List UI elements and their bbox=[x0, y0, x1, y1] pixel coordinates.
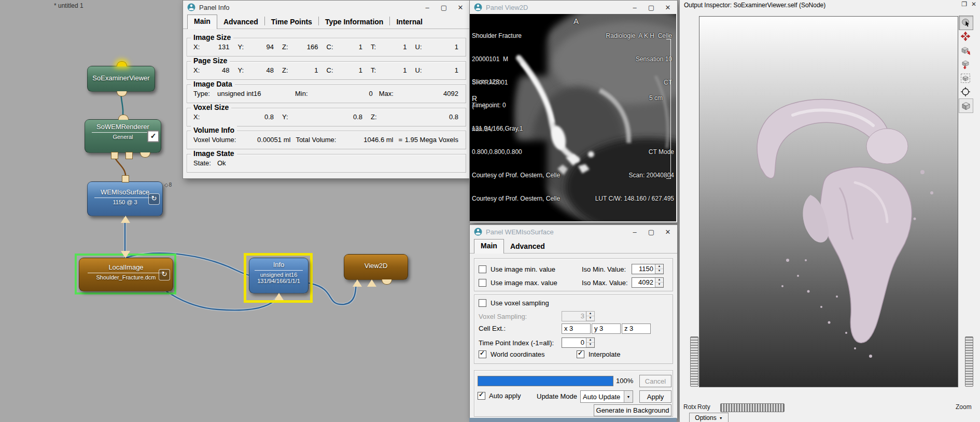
panel-info-titlebar[interactable]: Panel Info – ▢ ✕ bbox=[183, 1, 470, 14]
zoom-label: Zoom bbox=[956, 403, 972, 411]
use-voxel-sampling-checkbox[interactable]: ✓ bbox=[479, 299, 486, 307]
minimize-icon[interactable]: – bbox=[626, 1, 643, 13]
spin-down-icon: ▼ bbox=[655, 283, 663, 287]
panel-wemisosurface-window[interactable]: Panel WEMIsoSurface – ▢ ✕ Main Advanced … bbox=[469, 224, 678, 419]
progress-bar bbox=[478, 376, 613, 386]
input-connector-image2[interactable] bbox=[367, 279, 376, 287]
node-info[interactable]: Info unsigned int16 131/94/166/1/1/1 bbox=[249, 258, 309, 293]
mevislab-application: * untitled 1 SoExaminerViewer SoWEMR bbox=[0, 0, 980, 422]
cell-ext-y-field[interactable]: y 3 bbox=[592, 323, 621, 334]
tab-internal[interactable]: Internal bbox=[390, 16, 429, 29]
ct-slice-viewport[interactable]: Shoulder Fracture 20000101 M SHFRAC001 (… bbox=[470, 14, 676, 221]
tab-main[interactable]: Main bbox=[474, 239, 504, 254]
reload-icon[interactable]: ↻ bbox=[159, 269, 170, 280]
tab-time-points[interactable]: Time Points bbox=[265, 16, 318, 29]
output-connector[interactable] bbox=[118, 115, 129, 120]
panel-info-window[interactable]: Panel Info – ▢ ✕ Main Advanced Time Poin… bbox=[183, 0, 470, 179]
node-checkbox[interactable]: ✓ bbox=[147, 130, 159, 142]
station-info-overlay: Radiologie A K H Celle Sensation 10 CT bbox=[606, 17, 672, 102]
examiner-3d-viewport[interactable] bbox=[699, 16, 958, 387]
reload-icon[interactable]: ↻ bbox=[148, 193, 160, 205]
maximize-icon[interactable]: ▢ bbox=[643, 226, 660, 238]
group-volume-info: Volume Info Voxel Volume: 0.00051 ml Tot… bbox=[187, 131, 466, 149]
panel-view2d-titlebar[interactable]: Panel View2D – ▢ ✕ bbox=[470, 1, 677, 14]
group-voxel-size: Voxel Size X:0.8 Y:0.8 Z:0.8 bbox=[187, 108, 466, 126]
spin-up-icon: ▲ bbox=[655, 278, 663, 283]
use-image-min-checkbox[interactable]: ✓ bbox=[479, 265, 486, 273]
rotx-thumbwheel[interactable] bbox=[690, 336, 698, 387]
node-wemisosurface[interactable]: WEMIsoSurface 1150 @ 3 ↻ bbox=[87, 181, 163, 216]
panel-wem-tabs: Main Advanced bbox=[470, 238, 677, 254]
mevislab-panel-icon bbox=[474, 228, 482, 236]
group-actions: 100% Cancel ✓ Auto apply Update Mode Aut… bbox=[474, 370, 673, 417]
tab-advanced[interactable]: Advanced bbox=[217, 16, 264, 29]
node-sowemrenderer[interactable]: SoWEMRenderer General ✓ bbox=[85, 119, 161, 153]
maximize-icon[interactable]: ▢ bbox=[643, 1, 660, 13]
apply-button[interactable]: Apply bbox=[639, 390, 671, 403]
scale-label: 5 cm bbox=[649, 94, 663, 102]
node-separator bbox=[88, 273, 164, 273]
close-icon[interactable]: ✕ bbox=[452, 1, 469, 13]
float-icon[interactable]: ❐ bbox=[961, 1, 967, 8]
mevislab-panel-icon bbox=[474, 3, 482, 11]
panel-info-tabs: Main Advanced Time Points Type Informati… bbox=[183, 14, 470, 29]
node-soexaminerviewer[interactable]: SoExaminerViewer bbox=[87, 66, 155, 92]
close-icon[interactable]: ✕ bbox=[971, 1, 976, 8]
slice-info-overlay: Slice: 128 Timepoint: 0 131,94,166,Gray,… bbox=[472, 63, 560, 218]
tab-advanced[interactable]: Advanced bbox=[504, 240, 551, 253]
node-view2d[interactable]: View2D bbox=[344, 254, 408, 280]
generate-in-background-button[interactable]: Generate in Background bbox=[594, 404, 671, 416]
input-connector-wem2[interactable] bbox=[125, 152, 133, 159]
group-sampling: ✓ Use voxel sampling Voxel Sampling: 3 ▲… bbox=[474, 294, 673, 364]
dropdown-arrow-icon: ▼ bbox=[719, 416, 723, 420]
panel-view2d-window[interactable]: Panel View2D – ▢ ✕ bbox=[469, 0, 678, 223]
window-title: Panel Info bbox=[199, 4, 419, 11]
input-connector-image[interactable] bbox=[274, 293, 284, 300]
world-coordinates-checkbox[interactable]: ✓ bbox=[479, 350, 486, 358]
view-all-icon[interactable] bbox=[959, 58, 972, 71]
input-connector-image[interactable] bbox=[121, 216, 130, 223]
output-connector-image[interactable] bbox=[121, 251, 130, 258]
interpolate-checkbox[interactable]: ✓ bbox=[577, 350, 584, 358]
output-inspector-title: Output Inspector: SoExaminerViewer.self … bbox=[684, 2, 825, 9]
input-connector-image[interactable] bbox=[353, 279, 362, 287]
roty-thumbwheel[interactable] bbox=[720, 403, 785, 412]
window-title: Panel WEMIsoSurface bbox=[486, 228, 626, 236]
output-connector-highlighted[interactable] bbox=[117, 61, 127, 66]
tab-type-information[interactable]: Type Information bbox=[319, 16, 390, 29]
zoom-thumbwheel[interactable] bbox=[965, 336, 973, 387]
update-mode-dropdown[interactable]: Auto Update ▼ bbox=[580, 390, 633, 403]
auto-apply-checkbox[interactable]: ✓ bbox=[478, 392, 485, 400]
close-icon[interactable]: ✕ bbox=[660, 1, 676, 13]
maximize-icon[interactable]: ▢ bbox=[436, 1, 452, 13]
minimize-icon[interactable]: – bbox=[419, 1, 436, 13]
close-icon[interactable]: ✕ bbox=[660, 226, 676, 238]
cancel-button[interactable]: Cancel bbox=[639, 375, 671, 387]
input-connector-wem[interactable] bbox=[111, 152, 118, 159]
spin-up-icon: ▲ bbox=[586, 338, 594, 343]
focal-point-icon[interactable] bbox=[959, 85, 972, 99]
minimize-icon[interactable]: – bbox=[626, 226, 643, 238]
node-localimage[interactable]: LocalImage Shoulder_Fracture.dcm ↻ bbox=[79, 258, 173, 291]
group-image-size: Image Size X:131 Y:94 Z:166 C:1 T:1 U:1 bbox=[187, 38, 466, 57]
panel-wem-titlebar[interactable]: Panel WEMIsoSurface – ▢ ✕ bbox=[470, 225, 677, 238]
options-button[interactable]: Options ▼ bbox=[689, 413, 729, 422]
pick-tool-icon[interactable] bbox=[959, 16, 973, 30]
rotate-tool-icon[interactable] bbox=[959, 30, 972, 43]
update-mode-label: Update Mode bbox=[537, 392, 578, 400]
time-point-index-spinner[interactable]: 0 ▲▼ bbox=[562, 337, 595, 348]
spin-down-icon: ▼ bbox=[655, 269, 663, 274]
cell-ext-z-field[interactable]: z 3 bbox=[622, 323, 651, 334]
bounding-box-icon[interactable] bbox=[959, 72, 972, 85]
perspective-cube-icon[interactable] bbox=[959, 99, 973, 113]
output-connector-wem[interactable] bbox=[122, 175, 129, 182]
tab-main[interactable]: Main bbox=[187, 15, 217, 29]
iso-max-value-spinner[interactable]: 4092 ▲▼ bbox=[632, 277, 664, 288]
rotx-label: Rotx bbox=[683, 403, 696, 411]
iso-min-value-spinner[interactable]: 1150 ▲▼ bbox=[632, 264, 664, 274]
seek-tool-icon[interactable] bbox=[959, 44, 972, 57]
cell-ext-x-field[interactable]: x 3 bbox=[562, 323, 591, 334]
group-image-state: Image State State: Ok bbox=[187, 154, 466, 173]
use-image-max-checkbox[interactable]: ✓ bbox=[479, 279, 486, 287]
spin-up-icon: ▲ bbox=[655, 264, 663, 269]
